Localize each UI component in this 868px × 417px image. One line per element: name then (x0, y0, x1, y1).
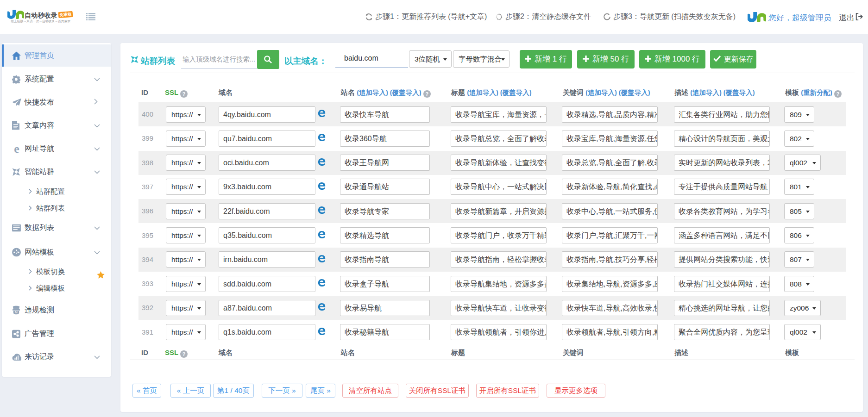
svg-text:e: e (14, 144, 19, 153)
svg-text:M: M (15, 311, 18, 314)
